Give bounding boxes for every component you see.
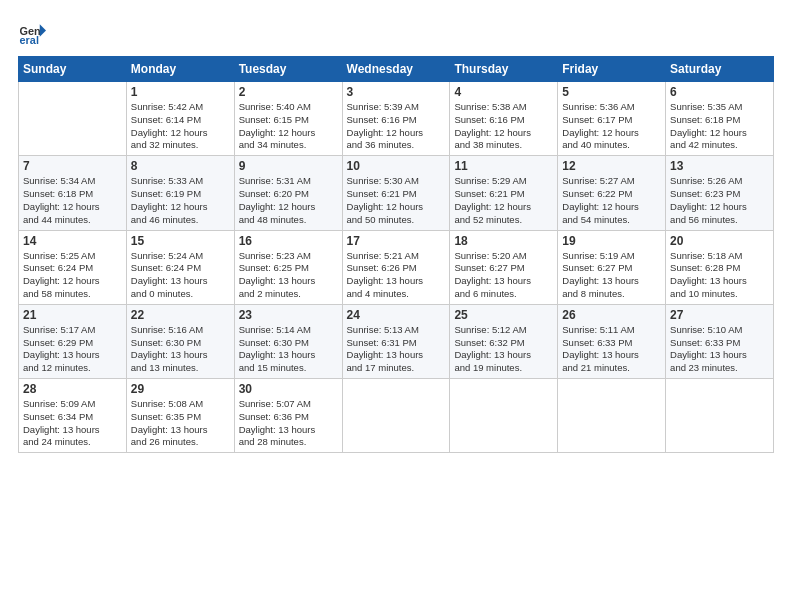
day-number: 6 [670, 85, 769, 99]
calendar-header-wednesday: Wednesday [342, 57, 450, 82]
day-number: 17 [347, 234, 446, 248]
calendar-cell: 30Sunrise: 5:07 AM Sunset: 6:36 PM Dayli… [234, 379, 342, 453]
day-info: Sunrise: 5:23 AM Sunset: 6:25 PM Dayligh… [239, 250, 338, 301]
day-info: Sunrise: 5:10 AM Sunset: 6:33 PM Dayligh… [670, 324, 769, 375]
day-number: 27 [670, 308, 769, 322]
day-info: Sunrise: 5:07 AM Sunset: 6:36 PM Dayligh… [239, 398, 338, 449]
calendar-header-row: SundayMondayTuesdayWednesdayThursdayFrid… [19, 57, 774, 82]
calendar-cell: 2Sunrise: 5:40 AM Sunset: 6:15 PM Daylig… [234, 82, 342, 156]
calendar-week-row: 21Sunrise: 5:17 AM Sunset: 6:29 PM Dayli… [19, 304, 774, 378]
calendar-cell: 9Sunrise: 5:31 AM Sunset: 6:20 PM Daylig… [234, 156, 342, 230]
calendar-header-tuesday: Tuesday [234, 57, 342, 82]
calendar-cell: 10Sunrise: 5:30 AM Sunset: 6:21 PM Dayli… [342, 156, 450, 230]
day-info: Sunrise: 5:36 AM Sunset: 6:17 PM Dayligh… [562, 101, 661, 152]
calendar-header-sunday: Sunday [19, 57, 127, 82]
day-number: 20 [670, 234, 769, 248]
day-info: Sunrise: 5:20 AM Sunset: 6:27 PM Dayligh… [454, 250, 553, 301]
day-info: Sunrise: 5:11 AM Sunset: 6:33 PM Dayligh… [562, 324, 661, 375]
day-number: 2 [239, 85, 338, 99]
day-number: 18 [454, 234, 553, 248]
day-number: 13 [670, 159, 769, 173]
day-info: Sunrise: 5:18 AM Sunset: 6:28 PM Dayligh… [670, 250, 769, 301]
calendar-body: 1Sunrise: 5:42 AM Sunset: 6:14 PM Daylig… [19, 82, 774, 453]
calendar-cell [666, 379, 774, 453]
calendar-cell: 14Sunrise: 5:25 AM Sunset: 6:24 PM Dayli… [19, 230, 127, 304]
calendar-week-row: 14Sunrise: 5:25 AM Sunset: 6:24 PM Dayli… [19, 230, 774, 304]
calendar-cell [342, 379, 450, 453]
day-info: Sunrise: 5:35 AM Sunset: 6:18 PM Dayligh… [670, 101, 769, 152]
calendar-cell: 12Sunrise: 5:27 AM Sunset: 6:22 PM Dayli… [558, 156, 666, 230]
calendar-header-friday: Friday [558, 57, 666, 82]
day-info: Sunrise: 5:27 AM Sunset: 6:22 PM Dayligh… [562, 175, 661, 226]
day-number: 15 [131, 234, 230, 248]
day-info: Sunrise: 5:09 AM Sunset: 6:34 PM Dayligh… [23, 398, 122, 449]
calendar-cell: 13Sunrise: 5:26 AM Sunset: 6:23 PM Dayli… [666, 156, 774, 230]
calendar-week-row: 1Sunrise: 5:42 AM Sunset: 6:14 PM Daylig… [19, 82, 774, 156]
day-number: 19 [562, 234, 661, 248]
day-number: 25 [454, 308, 553, 322]
calendar-cell: 17Sunrise: 5:21 AM Sunset: 6:26 PM Dayli… [342, 230, 450, 304]
day-info: Sunrise: 5:42 AM Sunset: 6:14 PM Dayligh… [131, 101, 230, 152]
day-info: Sunrise: 5:29 AM Sunset: 6:21 PM Dayligh… [454, 175, 553, 226]
calendar-cell [558, 379, 666, 453]
day-info: Sunrise: 5:16 AM Sunset: 6:30 PM Dayligh… [131, 324, 230, 375]
day-info: Sunrise: 5:40 AM Sunset: 6:15 PM Dayligh… [239, 101, 338, 152]
day-number: 7 [23, 159, 122, 173]
day-number: 26 [562, 308, 661, 322]
calendar-cell: 3Sunrise: 5:39 AM Sunset: 6:16 PM Daylig… [342, 82, 450, 156]
day-number: 21 [23, 308, 122, 322]
day-info: Sunrise: 5:14 AM Sunset: 6:30 PM Dayligh… [239, 324, 338, 375]
day-number: 8 [131, 159, 230, 173]
calendar-cell: 21Sunrise: 5:17 AM Sunset: 6:29 PM Dayli… [19, 304, 127, 378]
day-number: 24 [347, 308, 446, 322]
day-info: Sunrise: 5:33 AM Sunset: 6:19 PM Dayligh… [131, 175, 230, 226]
logo: Gen eral [18, 18, 50, 46]
calendar-cell: 19Sunrise: 5:19 AM Sunset: 6:27 PM Dayli… [558, 230, 666, 304]
day-info: Sunrise: 5:30 AM Sunset: 6:21 PM Dayligh… [347, 175, 446, 226]
calendar-week-row: 7Sunrise: 5:34 AM Sunset: 6:18 PM Daylig… [19, 156, 774, 230]
calendar-cell [19, 82, 127, 156]
day-info: Sunrise: 5:21 AM Sunset: 6:26 PM Dayligh… [347, 250, 446, 301]
calendar-cell: 20Sunrise: 5:18 AM Sunset: 6:28 PM Dayli… [666, 230, 774, 304]
day-number: 10 [347, 159, 446, 173]
calendar-cell: 25Sunrise: 5:12 AM Sunset: 6:32 PM Dayli… [450, 304, 558, 378]
day-number: 23 [239, 308, 338, 322]
day-info: Sunrise: 5:26 AM Sunset: 6:23 PM Dayligh… [670, 175, 769, 226]
day-info: Sunrise: 5:31 AM Sunset: 6:20 PM Dayligh… [239, 175, 338, 226]
day-number: 28 [23, 382, 122, 396]
calendar-cell: 1Sunrise: 5:42 AM Sunset: 6:14 PM Daylig… [126, 82, 234, 156]
calendar-cell: 18Sunrise: 5:20 AM Sunset: 6:27 PM Dayli… [450, 230, 558, 304]
calendar-cell: 7Sunrise: 5:34 AM Sunset: 6:18 PM Daylig… [19, 156, 127, 230]
day-info: Sunrise: 5:38 AM Sunset: 6:16 PM Dayligh… [454, 101, 553, 152]
calendar-cell [450, 379, 558, 453]
day-info: Sunrise: 5:24 AM Sunset: 6:24 PM Dayligh… [131, 250, 230, 301]
calendar-cell: 28Sunrise: 5:09 AM Sunset: 6:34 PM Dayli… [19, 379, 127, 453]
day-number: 14 [23, 234, 122, 248]
calendar-cell: 24Sunrise: 5:13 AM Sunset: 6:31 PM Dayli… [342, 304, 450, 378]
day-number: 1 [131, 85, 230, 99]
calendar-cell: 29Sunrise: 5:08 AM Sunset: 6:35 PM Dayli… [126, 379, 234, 453]
calendar-cell: 23Sunrise: 5:14 AM Sunset: 6:30 PM Dayli… [234, 304, 342, 378]
day-number: 12 [562, 159, 661, 173]
day-number: 9 [239, 159, 338, 173]
calendar-cell: 27Sunrise: 5:10 AM Sunset: 6:33 PM Dayli… [666, 304, 774, 378]
day-number: 29 [131, 382, 230, 396]
day-info: Sunrise: 5:08 AM Sunset: 6:35 PM Dayligh… [131, 398, 230, 449]
day-info: Sunrise: 5:12 AM Sunset: 6:32 PM Dayligh… [454, 324, 553, 375]
day-info: Sunrise: 5:25 AM Sunset: 6:24 PM Dayligh… [23, 250, 122, 301]
calendar-cell: 11Sunrise: 5:29 AM Sunset: 6:21 PM Dayli… [450, 156, 558, 230]
day-number: 16 [239, 234, 338, 248]
day-number: 22 [131, 308, 230, 322]
logo-icon: Gen eral [18, 18, 46, 46]
calendar-cell: 22Sunrise: 5:16 AM Sunset: 6:30 PM Dayli… [126, 304, 234, 378]
calendar-cell: 4Sunrise: 5:38 AM Sunset: 6:16 PM Daylig… [450, 82, 558, 156]
day-info: Sunrise: 5:39 AM Sunset: 6:16 PM Dayligh… [347, 101, 446, 152]
day-info: Sunrise: 5:13 AM Sunset: 6:31 PM Dayligh… [347, 324, 446, 375]
calendar-cell: 26Sunrise: 5:11 AM Sunset: 6:33 PM Dayli… [558, 304, 666, 378]
calendar-cell: 8Sunrise: 5:33 AM Sunset: 6:19 PM Daylig… [126, 156, 234, 230]
day-number: 5 [562, 85, 661, 99]
day-number: 3 [347, 85, 446, 99]
calendar-cell: 15Sunrise: 5:24 AM Sunset: 6:24 PM Dayli… [126, 230, 234, 304]
calendar: SundayMondayTuesdayWednesdayThursdayFrid… [18, 56, 774, 453]
calendar-header-monday: Monday [126, 57, 234, 82]
